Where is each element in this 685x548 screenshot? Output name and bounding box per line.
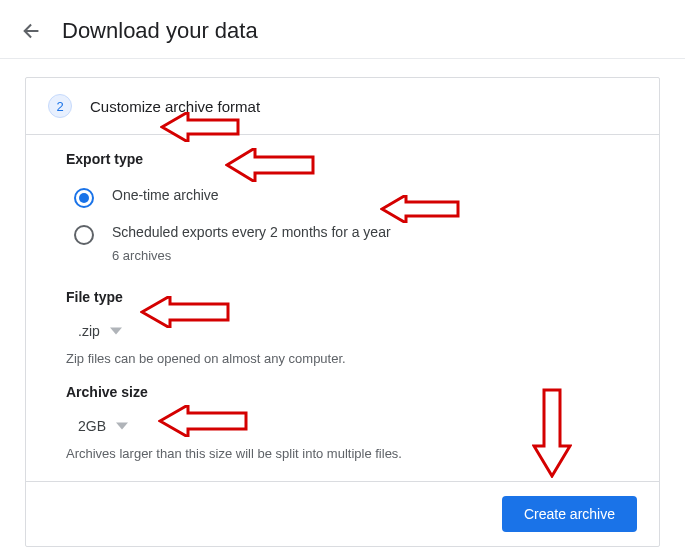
back-button[interactable] [20,19,44,43]
file-type-select[interactable]: .zip [66,317,619,345]
archive-size-label: Archive size [66,384,619,400]
radio-selected-icon [74,188,94,208]
file-type-label: File type [66,289,619,305]
archive-size-value: 2GB [78,418,106,434]
export-type-option-onetime[interactable]: One-time archive [66,179,619,216]
step-number-badge: 2 [48,94,72,118]
page-header: Download your data [0,0,685,59]
step-title: Customize archive format [90,98,260,115]
file-type-helper: Zip files can be opened on almost any co… [66,351,619,366]
panel-footer: Create archive [26,481,659,546]
archive-size-select[interactable]: 2GB [66,412,619,440]
option-sublabel: 6 archives [112,248,391,263]
option-label: Scheduled exports every 2 months for a y… [112,224,391,240]
archive-size-helper: Archives larger than this size will be s… [66,446,619,461]
export-type-option-scheduled[interactable]: Scheduled exports every 2 months for a y… [66,216,619,271]
page-title: Download your data [62,18,258,44]
export-type-label: Export type [66,151,619,167]
chevron-down-icon [110,325,122,337]
step-panel: 2 Customize archive format Export type O… [25,77,660,547]
file-type-value: .zip [78,323,100,339]
create-archive-button[interactable]: Create archive [502,496,637,532]
step-body: Export type One-time archive Scheduled e… [26,135,659,481]
chevron-down-icon [116,420,128,432]
option-label: One-time archive [112,187,219,203]
arrow-back-icon [21,20,43,42]
radio-unselected-icon [74,225,94,245]
step-header: 2 Customize archive format [26,78,659,135]
